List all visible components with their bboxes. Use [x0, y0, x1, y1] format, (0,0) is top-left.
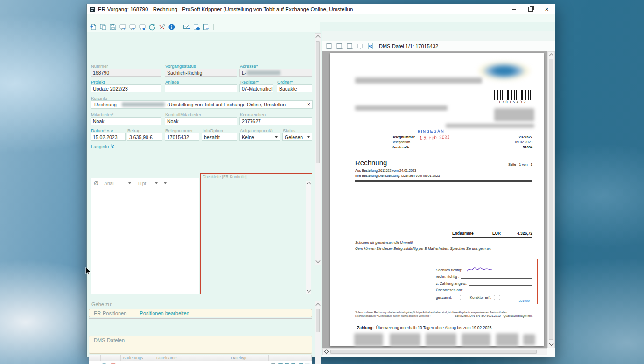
preview-large-icon[interactable] — [345, 42, 354, 50]
preview-pane: DMS-Datei 1/1: 17015432 17015432 EINGEGA… — [322, 31, 555, 357]
goto-label: Gehe zu: — [91, 301, 112, 307]
fine-print: Sofern in dieser Rechnung urheberrechtsa… — [355, 310, 532, 319]
dms-col-date[interactable]: Änderungs... — [121, 355, 154, 361]
dms-file-indicator: DMS-Datei 1/1: 17015432 — [379, 43, 438, 49]
register-field[interactable]: 07-Materiallieferu — [239, 84, 273, 92]
er-positionen-panel-header[interactable]: ER-Positionen Positionen bearbeiten — [89, 309, 312, 317]
preview-hscrollbar[interactable] — [322, 348, 547, 355]
mitarbeiter-label: Mitarbeiter* — [91, 112, 114, 117]
save-icon[interactable] — [108, 23, 117, 31]
langinfo-text-area[interactable] — [91, 189, 199, 294]
minimize-button[interactable] — [506, 4, 522, 14]
meta-label: Kunden-Nr. — [392, 145, 410, 150]
copy-record-icon[interactable] — [98, 23, 107, 31]
file-history-icon[interactable] — [284, 362, 290, 364]
menu-bar — [87, 14, 555, 22]
order-reference2: Ihre Bestellung Dienstleistung, Lizenzen… — [355, 173, 440, 179]
positionen-bearbeiten-link[interactable]: Positionen bearbeiten — [140, 310, 189, 316]
kennzeichen-field[interactable]: 2377627 — [239, 117, 312, 125]
betrag-field[interactable]: 3.635,90 € — [127, 133, 162, 141]
chevron-down-icon — [275, 136, 278, 138]
meta-value: 51834 — [523, 145, 532, 150]
form-scrollbar[interactable] — [315, 33, 321, 265]
restore-button[interactable] — [522, 4, 539, 14]
adresse-field[interactable]: L- — [239, 69, 312, 77]
goto-bar: Gehe zu: — [91, 301, 112, 307]
vorgangsstatus-field[interactable]: Sachlich-Richtig — [165, 69, 237, 77]
share-doc-icon[interactable] — [101, 362, 108, 364]
aufgabenprioritaet-label: Aufgabenpriorität — [240, 128, 273, 133]
note-remove-icon[interactable] — [138, 23, 147, 31]
er-positionen-title: ER-Positionen — [94, 310, 126, 316]
dms-file-type: Adobe Acrobat... — [229, 363, 269, 364]
dms-file-name-link[interactable]: 17015432 — [154, 363, 229, 364]
record-info-icon[interactable] — [192, 23, 201, 31]
vendor-logo — [478, 61, 533, 82]
clear-format-button[interactable]: Ø — [91, 178, 101, 189]
datum-field[interactable]: 15.02.2023 — [91, 133, 126, 141]
new-record-icon[interactable] — [89, 23, 98, 31]
preview-vscrollbar[interactable] — [547, 51, 555, 348]
kurzinfo-field[interactable]: Rechnung - (Umstellung von Tobit auf Exc… — [91, 100, 313, 109]
file-copy-to-icon[interactable] — [291, 362, 297, 364]
barcode-number: 17015432 — [490, 100, 535, 105]
er-positionen-table — [89, 318, 312, 319]
checklist-title: Checkliste [ER-Kontrolle] — [203, 175, 246, 179]
file-copy-from-icon[interactable] — [297, 362, 303, 364]
lower-scrollbar[interactable] — [315, 301, 321, 364]
info-icon[interactable] — [167, 23, 176, 31]
nummer-field[interactable]: 168790 — [91, 69, 161, 77]
adresse-label: Adresse* — [240, 63, 258, 69]
app-window: ER-Vorgang: 168790 - Rechnung - ProSoft … — [86, 4, 555, 357]
record-export-icon[interactable] — [202, 23, 210, 31]
dms-panel-header: DMS-Dateien — [89, 336, 312, 354]
anlage-field[interactable] — [165, 84, 237, 92]
mail-send-icon[interactable] — [182, 23, 191, 31]
dms-col-name[interactable]: Dateiname — [154, 355, 229, 361]
meta-label: Belegdatum — [392, 140, 410, 145]
preview-fit-icon[interactable] — [356, 42, 364, 50]
ordner-label: Ordner* — [277, 79, 293, 84]
pdf-icon[interactable] — [109, 362, 117, 364]
clear-icon[interactable]: × — [307, 101, 310, 108]
file-settings-icon[interactable] — [304, 362, 310, 364]
ordner-field[interactable]: Bauakte — [277, 84, 312, 92]
status-select[interactable]: Gelesen — [282, 133, 312, 141]
datum-label: Datum* « » — [91, 128, 113, 133]
invoice-grand-total: EndsummeEUR4.326,72 — [452, 230, 532, 238]
infooption-field[interactable]: bezahlt — [202, 133, 237, 141]
more-formats-select[interactable] — [161, 178, 169, 189]
aufgabenprioritaet-select[interactable]: Keine — [239, 133, 280, 141]
invoice-page: 17015432 EINGEGAN 1 5. Feb. 2023 Belegnu… — [330, 53, 544, 346]
page-indicator: Seite 1 von 1 — [508, 162, 532, 167]
close-button[interactable]: × — [539, 4, 555, 14]
font-select[interactable]: Arial — [101, 178, 134, 189]
projekt-field[interactable]: Update 2022/23 — [91, 84, 161, 92]
dms-file-row[interactable]: ✓ 15.02.2023 1... 17015432 Adobe Acrobat… — [89, 361, 312, 364]
belegnummer-field[interactable]: 17015432 — [165, 133, 199, 141]
checklist-scrollbar[interactable] — [306, 181, 311, 294]
fontsize-select[interactable]: 11pt — [134, 178, 161, 189]
kontrollmitarbeiter-field[interactable]: Noak — [165, 117, 237, 125]
note-add-icon[interactable] — [118, 23, 127, 31]
refresh-icon[interactable] — [147, 23, 156, 31]
window-title: ER-Vorgang: 168790 - Rechnung - ProSoft … — [98, 7, 506, 12]
meta-value: 09.02.2023 — [515, 140, 532, 145]
file-refresh-icon[interactable] — [366, 42, 375, 50]
kontrollmitarbeiter-label: KontrollMitarbeiter — [165, 112, 201, 117]
langinfo-editor[interactable]: Ø Arial 11pt — [91, 178, 199, 294]
dms-col-type[interactable]: Dateityp — [229, 355, 269, 361]
signature — [466, 266, 494, 273]
file-find-icon[interactable] — [271, 362, 277, 364]
record-form-pane: Nummer Vorgangsstatus Adresse* 168790 Sa… — [87, 32, 322, 357]
mitarbeiter-field[interactable]: Noak — [91, 117, 161, 125]
file-edit-icon[interactable] — [277, 362, 283, 364]
note-copy-icon[interactable] — [128, 23, 137, 31]
preview-medium-icon[interactable] — [335, 42, 344, 50]
deactivate-icon[interactable] — [157, 23, 166, 31]
register-label: Register* — [240, 79, 259, 84]
meta-value: 2377627 — [519, 134, 532, 140]
preview-small-icon[interactable] — [325, 42, 334, 50]
chevron-down-icon — [307, 136, 310, 138]
korrektor-checkbox — [494, 295, 500, 300]
